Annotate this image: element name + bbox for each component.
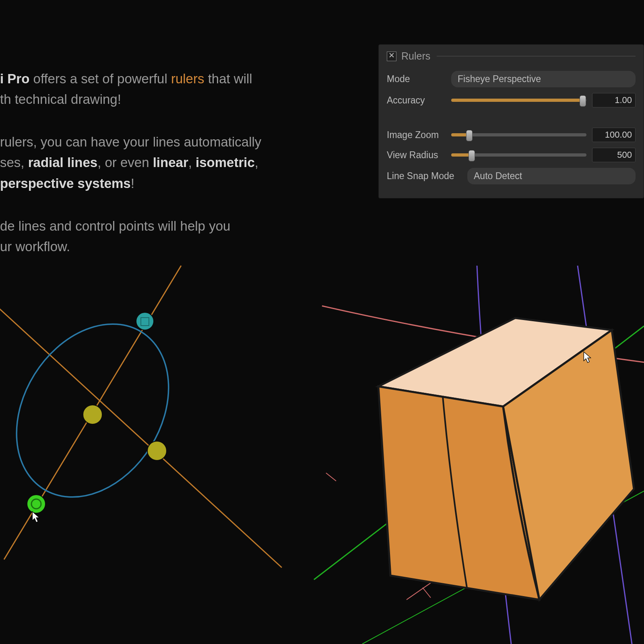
product-name: i Pro: [0, 71, 29, 86]
accuracy-input[interactable]: 1.00: [592, 93, 636, 107]
svg-line-0: [4, 266, 181, 559]
radius-input[interactable]: 500: [592, 148, 636, 162]
snap-dropdown[interactable]: Auto Detect: [467, 168, 636, 184]
radius-label: View Radius: [387, 150, 451, 161]
svg-rect-4: [141, 318, 149, 326]
svg-line-16: [362, 491, 644, 644]
accuracy-label: Accuracy: [387, 95, 451, 106]
svg-line-12: [513, 527, 521, 537]
svg-point-8: [31, 499, 41, 509]
svg-line-9: [326, 473, 336, 481]
zoom-label: Image Zoom: [387, 130, 451, 140]
svg-line-15: [314, 326, 644, 580]
panel-title: Rulers: [401, 50, 430, 62]
mode-value: Fisheye Perspective: [458, 74, 541, 84]
svg-line-14: [598, 477, 606, 487]
svg-line-18: [578, 350, 592, 351]
svg-point-3: [136, 312, 154, 330]
radius-slider[interactable]: [451, 153, 586, 157]
svg-line-13: [557, 499, 566, 509]
keyword-rulers: rulers: [171, 71, 204, 86]
snap-label: Line Snap Mode: [387, 171, 467, 182]
panel-toggle-checkbox[interactable]: [387, 52, 396, 61]
mode-dropdown[interactable]: Fisheye Perspective: [451, 71, 636, 87]
svg-point-7: [27, 495, 45, 513]
svg-line-10: [423, 588, 431, 598]
svg-point-6: [147, 441, 167, 460]
rulers-panel: Rulers Mode Fisheye Perspective Accuracy…: [378, 44, 644, 198]
svg-point-5: [83, 405, 102, 424]
svg-line-1: [0, 302, 282, 568]
mode-label: Mode: [387, 74, 451, 85]
description-text: i Pro offers a set of powerful rulers th…: [0, 68, 302, 279]
panel-divider: [437, 56, 636, 56]
accuracy-slider[interactable]: [451, 99, 586, 102]
zoom-input[interactable]: 100.00: [592, 128, 636, 142]
zoom-slider[interactable]: [451, 133, 586, 136]
svg-point-2: [0, 296, 200, 525]
snap-value: Auto Detect: [474, 171, 522, 181]
svg-line-11: [467, 557, 475, 568]
